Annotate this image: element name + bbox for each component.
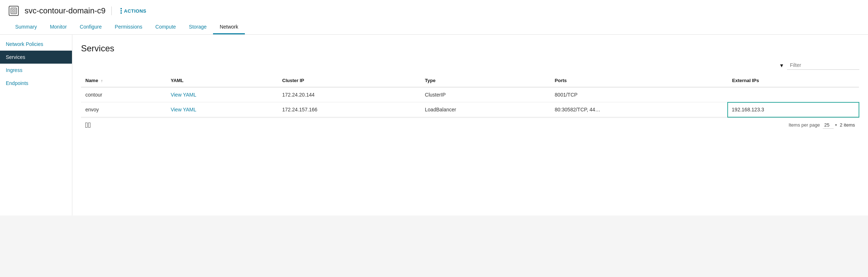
items-per-page-label: Items per page xyxy=(788,122,820,128)
table-row: contour View YAML 172.24.20.144 ClusterI… xyxy=(81,87,859,102)
cell-yaml-contour[interactable]: View YAML xyxy=(166,87,278,102)
filter-input[interactable] xyxy=(787,61,859,70)
sort-icon-name: ↑ xyxy=(101,78,103,83)
table-header-row: Name ↑ YAML Cluster IP Type Ports xyxy=(81,74,859,87)
tab-summary[interactable]: Summary xyxy=(9,20,43,34)
page-header: svc-contour-domain-c9 ACTIONS Summary Mo… xyxy=(0,0,868,35)
svg-rect-2 xyxy=(14,9,16,10)
main-content: Services ▼ Name ↑ YAML Cluster IP xyxy=(72,35,868,216)
sidebar-item-ingress[interactable]: Ingress xyxy=(0,64,72,77)
col-header-type: Type xyxy=(421,74,550,87)
table-footer: Items per page 25 50 100 ▾ 2 items xyxy=(81,118,859,132)
cell-type-contour: ClusterIP xyxy=(421,87,550,102)
per-page-chevron-icon: ▾ xyxy=(835,123,837,127)
sidebar-item-services[interactable]: Services xyxy=(0,51,72,64)
cell-type-envoy: LoadBalancer xyxy=(421,102,550,117)
cell-external-ips-envoy: 192.168.123.3 xyxy=(728,102,859,117)
view-yaml-envoy-link[interactable]: View YAML xyxy=(171,107,196,112)
col-header-ports: Ports xyxy=(550,74,728,87)
per-page-wrapper: 25 50 100 ▾ xyxy=(823,122,837,129)
sidebar: Network Policies Services Ingress Endpoi… xyxy=(0,35,72,216)
table-row: envoy View YAML 172.24.157.166 LoadBalan… xyxy=(81,102,859,117)
cell-ports-envoy: 80:30582/TCP, 44… xyxy=(550,102,728,117)
tab-permissions[interactable]: Permissions xyxy=(108,20,149,34)
svg-rect-0 xyxy=(11,8,17,14)
tab-compute[interactable]: Compute xyxy=(149,20,183,34)
cell-ports-contour: 8001/TCP xyxy=(550,87,728,102)
cell-yaml-envoy[interactable]: View YAML xyxy=(166,102,278,117)
page-title: Services xyxy=(81,43,859,54)
resource-icon xyxy=(9,6,19,16)
col-header-name[interactable]: Name ↑ xyxy=(81,74,166,87)
content-area: Network Policies Services Ingress Endpoi… xyxy=(0,35,868,216)
resource-title: svc-contour-domain-c9 xyxy=(25,6,106,16)
nav-tabs: Summary Monitor Configure Permissions Co… xyxy=(9,20,859,34)
per-page-select[interactable]: 25 50 100 xyxy=(823,122,834,129)
items-count: 2 items xyxy=(840,122,855,128)
actions-dots-icon xyxy=(120,8,122,14)
title-divider xyxy=(111,7,112,15)
svg-rect-4 xyxy=(14,11,16,13)
columns-icon[interactable] xyxy=(85,123,90,128)
filter-icon: ▼ xyxy=(779,63,784,68)
sidebar-item-endpoints[interactable]: Endpoints xyxy=(0,77,72,90)
svg-rect-1 xyxy=(12,9,13,10)
col-header-cluster-ip: Cluster IP xyxy=(278,74,421,87)
cell-cluster-ip-envoy: 172.24.157.166 xyxy=(278,102,421,117)
cell-name-contour: contour xyxy=(81,87,166,102)
actions-button[interactable]: ACTIONS xyxy=(118,7,149,15)
footer-columns-toggle[interactable] xyxy=(85,123,90,128)
cell-name-envoy: envoy xyxy=(81,102,166,117)
tab-monitor[interactable]: Monitor xyxy=(43,20,73,34)
services-table: Name ↑ YAML Cluster IP Type Ports xyxy=(81,74,859,118)
cell-external-ips-contour xyxy=(728,87,859,102)
col-header-external-ips: External IPs xyxy=(728,74,859,87)
svg-rect-3 xyxy=(12,11,13,13)
filter-row: ▼ xyxy=(81,61,859,70)
col-header-yaml: YAML xyxy=(166,74,278,87)
view-yaml-contour-link[interactable]: View YAML xyxy=(171,92,196,98)
tab-configure[interactable]: Configure xyxy=(73,20,109,34)
sidebar-item-network-policies[interactable]: Network Policies xyxy=(0,38,72,51)
tab-storage[interactable]: Storage xyxy=(182,20,213,34)
tab-network[interactable]: Network xyxy=(213,20,244,34)
title-row: svc-contour-domain-c9 ACTIONS xyxy=(9,6,859,20)
cell-cluster-ip-contour: 172.24.20.144 xyxy=(278,87,421,102)
